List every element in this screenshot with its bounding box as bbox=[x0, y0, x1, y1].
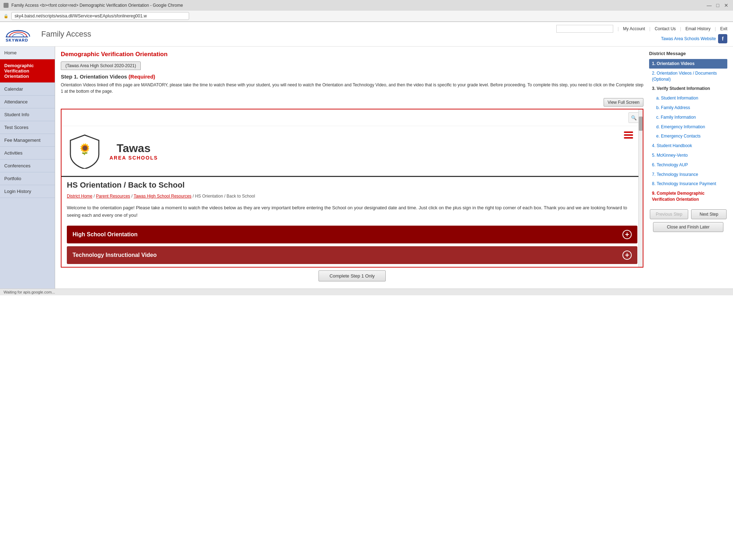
search-icon-btn[interactable]: 🔍 bbox=[628, 112, 639, 123]
header-search-input[interactable] bbox=[556, 25, 613, 33]
address-bar[interactable]: sky4.baisd.net/scripts/wsisa.dll/WServic… bbox=[11, 12, 189, 20]
accordion-header-tech[interactable]: Technology Instructional Video + bbox=[67, 246, 637, 264]
browser-titlebar: Family Access <b><font color=red> Demogr… bbox=[0, 0, 733, 11]
breadcrumb-current: HS Orientation / Back to School bbox=[195, 194, 255, 199]
skyward-logo: SKYWARD bbox=[6, 26, 31, 42]
tawas-link-area: Tawas Area Schools Website f bbox=[661, 34, 727, 43]
school-subtitle: AREA SCHOOLS bbox=[109, 155, 158, 161]
hamburger-menu-icon[interactable] bbox=[624, 131, 633, 139]
favicon-icon bbox=[4, 3, 9, 8]
step-nav-9[interactable]: 9. Complete Demographic Verification Ori… bbox=[649, 189, 727, 204]
accordion-high-school[interactable]: High School Orientation + bbox=[67, 226, 637, 243]
accordion-plus-tech[interactable]: + bbox=[622, 251, 632, 260]
lock-icon: 🔒 bbox=[4, 14, 9, 18]
step-nav-3d[interactable]: d. Emergency Information bbox=[649, 122, 727, 132]
close-finish-button[interactable]: Close and Finish Later bbox=[653, 222, 723, 232]
step-nav-8[interactable]: 8. Technology Insurance Payment bbox=[649, 179, 727, 189]
contact-us-link[interactable]: Contact Us bbox=[655, 26, 676, 31]
embed-header: 🔍 bbox=[61, 109, 643, 126]
step-nav-3c[interactable]: c. Family Information bbox=[649, 113, 727, 122]
status-bar: Waiting for apis.google.com... bbox=[0, 289, 733, 295]
step-description: Orientation Videos linked off this page … bbox=[61, 82, 643, 95]
exit-link[interactable]: Exit bbox=[720, 26, 727, 31]
step-nav-7[interactable]: 7. Technology Insurance bbox=[649, 170, 727, 179]
accordion-label-hs: High School Orientation bbox=[73, 231, 138, 238]
step-nav-6[interactable]: 6. Technology AUP bbox=[649, 160, 727, 170]
step-nav-4[interactable]: 4. Student Handbook bbox=[649, 141, 727, 151]
step-nav-3b[interactable]: b. Family Address bbox=[649, 103, 727, 113]
required-label: (Required) bbox=[129, 74, 155, 80]
sidebar-item-student-info[interactable]: Student Info bbox=[0, 108, 55, 121]
step-nav-3a[interactable]: a. Student Information bbox=[649, 93, 727, 103]
browser-addressbar: 🔒 sky4.baisd.net/scripts/wsisa.dll/WServ… bbox=[0, 11, 733, 22]
complete-step-button[interactable]: Complete Step 1 Only bbox=[319, 270, 386, 281]
sidebar-item-dvo[interactable]: Demographic Verification Orientation bbox=[0, 59, 55, 83]
breadcrumb: District Home / Parent Resources / Tawas… bbox=[61, 192, 643, 201]
school-logo-image: 🌻 bbox=[67, 133, 102, 169]
next-step-button[interactable]: Next Step bbox=[691, 209, 727, 219]
sidebar: Home Demographic Verification Orientatio… bbox=[0, 47, 55, 289]
skyward-wordmark: SKYWARD bbox=[6, 37, 28, 42]
step-nav-3[interactable]: 3. Verify Student Information bbox=[649, 84, 727, 93]
breadcrumb-hs-resources[interactable]: Tawas High School Resources bbox=[134, 194, 192, 199]
header-sep-1: | bbox=[617, 26, 619, 31]
orientation-body-text: Welcome to the orientation page! Please … bbox=[61, 201, 643, 223]
sidebar-item-portfolio[interactable]: Portfolio bbox=[0, 172, 55, 185]
svg-point-1 bbox=[10, 32, 27, 37]
prev-next-row: Previous Step Next Step bbox=[650, 209, 727, 219]
minimize-button[interactable]: — bbox=[706, 2, 712, 9]
accordion-tech[interactable]: Technology Instructional Video + bbox=[67, 246, 637, 264]
svg-text:🌻: 🌻 bbox=[78, 143, 92, 156]
view-fullscreen-button[interactable]: View Full Screen bbox=[604, 98, 643, 107]
browser-controls[interactable]: — □ ✕ bbox=[706, 2, 729, 9]
step-nav-2[interactable]: 2. Orientation Videos / Documents (Optio… bbox=[649, 69, 727, 84]
sidebar-item-activities[interactable]: Activities bbox=[0, 147, 55, 160]
embed-frame: 🔍 🌻 Tawas AREA SCHO bbox=[61, 109, 643, 268]
step-nav-1[interactable]: 1. Orientation Videos bbox=[649, 59, 727, 69]
step-nav-3e[interactable]: e. Emergency Contacts bbox=[649, 131, 727, 141]
school-name-container: Tawas AREA SCHOOLS bbox=[109, 142, 158, 161]
previous-step-button[interactable]: Previous Step bbox=[650, 209, 689, 219]
school-name-large: Tawas bbox=[117, 142, 158, 155]
close-button[interactable]: ✕ bbox=[723, 2, 729, 9]
school-logo-area: 🌻 Tawas AREA SCHOOLS bbox=[61, 126, 643, 176]
svg-point-2 bbox=[13, 33, 24, 37]
accordion-header-hs[interactable]: High School Orientation + bbox=[67, 226, 637, 243]
embed-scrollbar[interactable] bbox=[638, 109, 643, 267]
tawas-area-link[interactable]: Tawas Area Schools Website bbox=[661, 36, 716, 41]
right-sidebar: District Message 1. Orientation Videos 2… bbox=[649, 51, 727, 284]
accordion-label-tech: Technology Instructional Video bbox=[73, 252, 157, 258]
my-account-link[interactable]: My Account bbox=[623, 26, 645, 31]
main-layout: Home Demographic Verification Orientatio… bbox=[0, 47, 733, 289]
facebook-icon[interactable]: f bbox=[718, 34, 727, 43]
status-text: Waiting for apis.google.com... bbox=[4, 290, 55, 294]
sidebar-item-attendance[interactable]: Attendance bbox=[0, 96, 55, 108]
sidebar-item-home[interactable]: Home bbox=[0, 47, 55, 59]
skyward-arc-svg bbox=[6, 26, 31, 37]
breadcrumb-parent-resources[interactable]: Parent Resources bbox=[96, 194, 130, 199]
maximize-button[interactable]: □ bbox=[715, 2, 721, 9]
email-history-link[interactable]: Email History bbox=[685, 26, 711, 31]
header-nav: | My Account | Contact Us | Email Histor… bbox=[556, 25, 727, 33]
sidebar-item-fee-management[interactable]: Fee Management bbox=[0, 134, 55, 147]
hamburger-container[interactable] bbox=[628, 147, 637, 155]
app-title: Family Access bbox=[41, 29, 91, 39]
accordion-plus-hs[interactable]: + bbox=[622, 230, 632, 239]
sidebar-item-calendar[interactable]: Calendar bbox=[0, 83, 55, 96]
nav-buttons: Previous Step Next Step Close and Finish… bbox=[649, 209, 727, 232]
breadcrumb-district-home[interactable]: District Home bbox=[67, 194, 92, 199]
school-shield-svg: 🌻 bbox=[69, 133, 101, 169]
main-content: Demographic Verification Orientation (Ta… bbox=[61, 51, 643, 284]
district-message-title: District Message bbox=[649, 51, 727, 56]
tab-title: Family Access <b><font color=red> Demogr… bbox=[11, 3, 703, 8]
sidebar-item-login-history[interactable]: Login History bbox=[0, 185, 55, 198]
sidebar-item-conferences[interactable]: Conferences bbox=[0, 160, 55, 172]
step-nav-5[interactable]: 5. McKinney-Vento bbox=[649, 151, 727, 160]
orientation-page-title: HS Orientation / Back to School bbox=[61, 176, 643, 192]
step-nav-list: 1. Orientation Videos 2. Orientation Vid… bbox=[649, 59, 727, 204]
step-header: Step 1. Orientation Videos (Required) bbox=[61, 74, 643, 80]
page-title: Demographic Verification Orientation bbox=[61, 51, 643, 58]
embed-scrollbar-thumb[interactable] bbox=[639, 117, 643, 131]
sidebar-item-test-scores[interactable]: Test Scores bbox=[0, 121, 55, 134]
app-header: SKYWARD Family Access | My Account | Con… bbox=[0, 22, 733, 47]
